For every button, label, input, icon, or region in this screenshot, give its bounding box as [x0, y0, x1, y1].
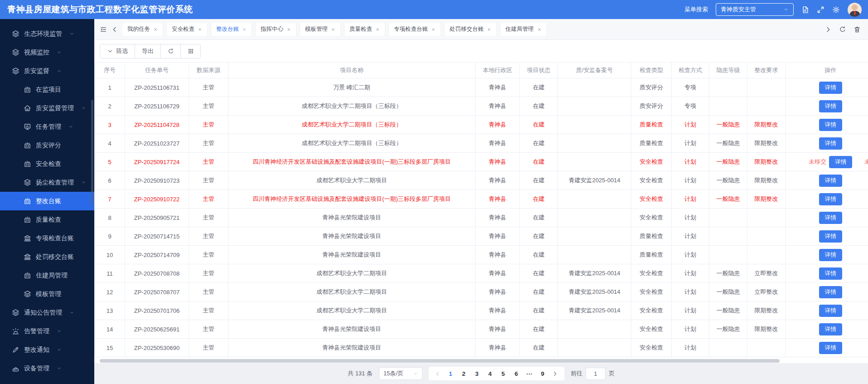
sidebar-scrollbar[interactable] — [91, 100, 93, 205]
page-size-select[interactable]: 15条/页 — [379, 367, 422, 380]
sidebar-item-qs-mgmt[interactable]: 质安监督管理 — [0, 99, 94, 117]
menu-search-button[interactable]: 菜单搜索 — [684, 5, 708, 14]
table-cell: 计划 — [672, 153, 709, 171]
horizontal-scrollbar-thumb[interactable] — [100, 359, 780, 363]
detail-button[interactable]: 详情 — [819, 267, 842, 280]
filter-button[interactable]: 筛选 — [100, 44, 135, 58]
tabs: 我的任务 安全检查 整改台账 指挥中心 模板管理 质量检查 专项检查台账 处罚移… — [122, 23, 820, 36]
tab[interactable]: 质量检查 — [344, 23, 385, 36]
detail-button[interactable]: 详情 — [819, 249, 842, 261]
fullscreen-icon[interactable] — [817, 6, 824, 14]
sidebar-item-alarm-mgmt[interactable]: 告警管理 — [0, 322, 94, 340]
table-cell: 2 — [95, 97, 125, 116]
close-icon[interactable] — [431, 27, 436, 32]
sidebar-item-special-ledger[interactable]: 专项检查台账 — [0, 229, 94, 248]
sidebar-item-zhujian-mgmt[interactable]: 住建局管理 — [0, 266, 94, 285]
filler-cell — [786, 339, 793, 357]
detail-button[interactable]: 详情 — [819, 305, 842, 317]
tab[interactable]: 我的任务 — [122, 23, 163, 36]
table-cell — [558, 339, 631, 357]
prev-page-icon[interactable] — [432, 371, 443, 377]
table-cell: 在建 — [520, 190, 558, 209]
table-cell: 在建 — [520, 301, 558, 320]
pager-page-5[interactable]: 5 — [497, 367, 509, 380]
avatar[interactable] — [848, 3, 862, 17]
pager-ellipsis[interactable]: ··· — [524, 367, 535, 380]
detail-button[interactable]: 详情 — [819, 193, 842, 205]
tabbar: 我的任务 安全检查 整改台账 指挥中心 模板管理 质量检查 专项检查台账 处罚移… — [94, 19, 868, 40]
sidebar-item-video-monitor[interactable]: 视频监控 — [0, 43, 94, 62]
close-icon[interactable] — [537, 27, 542, 32]
scroll-tabs-left-icon[interactable] — [111, 26, 118, 33]
detail-button[interactable]: 详情 — [819, 175, 842, 187]
pager-page-4[interactable]: 4 — [484, 367, 496, 380]
tab[interactable]: 住建局管理 — [500, 23, 547, 36]
column-settings-button[interactable] — [180, 44, 200, 58]
document-icon[interactable] — [801, 6, 809, 14]
sidebar-item-quality-check[interactable]: 质量检查 — [0, 210, 94, 229]
detail-button[interactable]: 详情 — [819, 137, 842, 150]
tab[interactable]: 模板管理 — [300, 23, 340, 36]
pager-page-1[interactable]: 1 — [445, 367, 456, 380]
pager-page-3[interactable]: 3 — [471, 367, 483, 380]
table-cell — [558, 134, 631, 153]
sidebar-item-label: 在监项目 — [36, 86, 61, 94]
detail-button[interactable]: 详情 — [819, 342, 842, 354]
sidebar-item-punish-ledger[interactable]: 处罚移交台账 — [0, 248, 94, 266]
pager-page-6[interactable]: 6 — [510, 367, 522, 380]
close-icon[interactable] — [242, 27, 247, 32]
column-header: 检查方式 — [672, 63, 709, 78]
sidebar: 生态环境监管 视频监控 质安监督 在监项目 质安监督管理 任务管理 质安评分 安… — [0, 19, 94, 384]
refresh-tab-icon[interactable] — [839, 26, 846, 33]
detail-button[interactable]: 详情 — [819, 323, 842, 335]
sidebar-item-template-mgmt[interactable]: 模板管理 — [0, 285, 94, 303]
sidebar-item-quality-safety[interactable]: 质安监督 — [0, 62, 94, 80]
next-page-icon[interactable] — [550, 371, 561, 377]
tab[interactable]: 专项检查台账 — [389, 23, 441, 36]
sidebar-item-notice-mgmt[interactable]: 通知公告管理 — [0, 303, 94, 322]
tab[interactable]: 整改台账 — [211, 23, 252, 36]
table-cell: ZP-20250625691 — [125, 320, 189, 339]
role-select[interactable]: 青神质安主管 — [716, 3, 794, 16]
detail-button[interactable]: 详情 — [819, 286, 842, 298]
pager-page-2[interactable]: 2 — [458, 367, 470, 380]
close-icon[interactable] — [375, 27, 380, 32]
sidebar-item-in-progress[interactable]: 在监项目 — [0, 80, 94, 99]
pager-page-9[interactable]: 9 — [537, 367, 548, 380]
detail-button[interactable]: 详情 — [819, 82, 842, 94]
tab[interactable]: 处罚移交台账 — [445, 23, 496, 36]
refresh-button[interactable] — [160, 44, 180, 58]
layers-icon — [12, 67, 19, 75]
sidebar-item-safety-check[interactable]: 安全检查 — [0, 155, 94, 173]
detail-button[interactable]: 详情 — [829, 156, 852, 168]
tab[interactable]: 安全检查 — [167, 23, 207, 36]
tab[interactable]: 指挥中心 — [256, 23, 296, 36]
close-icon[interactable] — [286, 27, 291, 32]
detail-button[interactable]: 详情 — [819, 230, 842, 243]
filler-cell — [786, 97, 793, 116]
table-cell: 主管 — [189, 134, 228, 153]
detail-button[interactable]: 详情 — [819, 100, 842, 112]
collapse-menu-icon[interactable] — [100, 26, 107, 33]
gear-icon[interactable] — [832, 6, 840, 14]
sidebar-item-rectify-ledger[interactable]: 整改台账 — [0, 192, 94, 210]
table-cell — [709, 227, 747, 246]
sidebar-item-dust-check[interactable]: 扬尘检查管理 — [0, 173, 94, 192]
scroll-tabs-right-icon[interactable] — [824, 26, 832, 33]
table-cell: 成都艺术职业大学二期项目（三标段） — [228, 134, 475, 153]
goto-page-input[interactable] — [586, 368, 606, 380]
detail-button[interactable]: 详情 — [819, 212, 842, 224]
sidebar-item-task-mgmt[interactable]: 任务管理 — [0, 117, 94, 136]
sidebar-item-rectify-notice[interactable]: 整改通知 — [0, 340, 94, 359]
table-cell: 在建 — [520, 97, 558, 116]
close-icon[interactable] — [153, 27, 158, 32]
close-icon[interactable] — [331, 27, 335, 32]
sidebar-item-qs-score[interactable]: 质安评分 — [0, 136, 94, 155]
close-tabs-trash-icon[interactable] — [853, 26, 861, 33]
sidebar-item-device-mgmt[interactable]: 设备管理 — [0, 359, 94, 378]
close-icon[interactable] — [198, 27, 202, 32]
detail-button[interactable]: 详情 — [819, 119, 842, 131]
export-button[interactable]: 导出 — [135, 44, 160, 58]
sidebar-item-eco-env[interactable]: 生态环境监管 — [0, 24, 94, 43]
close-icon[interactable] — [487, 27, 491, 32]
